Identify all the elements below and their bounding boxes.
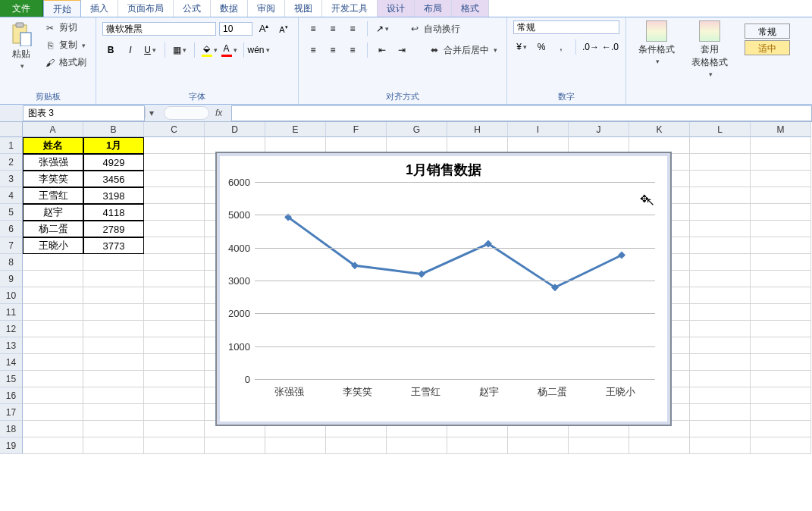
row-header-9[interactable]: 9	[0, 271, 23, 287]
cell[interactable]	[144, 304, 205, 321]
cell[interactable]	[690, 421, 751, 437]
row-header-5[interactable]: 5	[0, 204, 23, 221]
cell[interactable]	[23, 437, 83, 454]
orientation-button[interactable]: ↗▾	[374, 20, 390, 37]
row-header-17[interactable]: 17	[0, 404, 23, 421]
cell[interactable]	[83, 387, 144, 404]
row-header-18[interactable]: 18	[0, 421, 23, 437]
row-header-1[interactable]: 1	[0, 137, 23, 154]
tab-chart-design[interactable]: 设计	[378, 0, 415, 17]
cell[interactable]	[144, 387, 205, 404]
cell[interactable]	[751, 137, 811, 154]
cell[interactable]	[690, 371, 751, 387]
table-format-button[interactable]: 套用 表格格式 ▾	[685, 20, 734, 78]
cell[interactable]	[83, 371, 144, 387]
col-header-C[interactable]: C	[144, 122, 205, 137]
tab-developer[interactable]: 开发工具	[322, 0, 378, 17]
col-header-F[interactable]: F	[326, 122, 387, 137]
cell[interactable]	[751, 204, 811, 221]
align-bottom-button[interactable]: ≡	[344, 20, 361, 37]
cell[interactable]	[690, 221, 751, 237]
col-header-E[interactable]: E	[265, 122, 326, 137]
cell[interactable]	[751, 404, 811, 421]
align-left-button[interactable]: ≡	[305, 42, 321, 58]
col-header-B[interactable]: B	[83, 122, 144, 137]
cell[interactable]	[144, 287, 205, 304]
cell[interactable]	[751, 421, 811, 437]
cell[interactable]	[569, 137, 629, 154]
cell[interactable]	[23, 421, 83, 437]
cell[interactable]	[144, 321, 205, 337]
italic-button[interactable]: I	[122, 42, 139, 58]
underline-button[interactable]: U▾	[142, 42, 158, 58]
cell[interactable]	[144, 204, 205, 221]
cell[interactable]	[690, 254, 751, 271]
cell[interactable]	[387, 137, 447, 154]
cell[interactable]	[690, 354, 751, 371]
cell[interactable]	[23, 354, 83, 371]
data-cell[interactable]: 王雪红	[23, 187, 83, 204]
cell[interactable]	[23, 337, 83, 354]
row-header-7[interactable]: 7	[0, 237, 23, 254]
data-cell[interactable]: 李笑笑	[23, 171, 83, 187]
increase-decimal-button[interactable]: .0→	[582, 39, 599, 55]
tab-home[interactable]: 开始	[43, 0, 81, 17]
row-header-15[interactable]: 15	[0, 371, 23, 387]
cell[interactable]	[144, 187, 205, 204]
cell[interactable]	[751, 354, 811, 371]
data-cell[interactable]: 3773	[83, 237, 144, 254]
cell[interactable]	[23, 254, 83, 271]
cell[interactable]	[83, 404, 144, 421]
row-header-16[interactable]: 16	[0, 387, 23, 404]
cell[interactable]	[83, 421, 144, 437]
wrap-text-button[interactable]: ↩自动换行	[406, 22, 463, 36]
formula-input[interactable]	[231, 105, 812, 121]
col-header-M[interactable]: M	[751, 122, 811, 137]
cell[interactable]	[144, 271, 205, 287]
decrease-indent-button[interactable]: ⇤	[374, 42, 390, 58]
cell[interactable]	[23, 387, 83, 404]
col-header-D[interactable]: D	[205, 122, 265, 137]
data-cell[interactable]: 王晓小	[23, 237, 83, 254]
font-size-combo[interactable]	[219, 22, 252, 36]
cell[interactable]	[690, 321, 751, 337]
cell[interactable]	[751, 271, 811, 287]
style-normal[interactable]: 常规	[745, 24, 790, 39]
conditional-format-button[interactable]: 条件格式 ▾	[632, 20, 681, 65]
paste-button[interactable]: 粘贴 ▾	[6, 20, 36, 71]
align-center-button[interactable]: ≡	[324, 42, 341, 58]
currency-button[interactable]: ¥▾	[513, 39, 530, 55]
cell[interactable]	[23, 271, 83, 287]
cell[interactable]	[751, 221, 811, 237]
chart-x-axis[interactable]: 张强强李笑笑王雪红赵宇杨二蛋王晓小	[255, 385, 655, 399]
cell[interactable]	[144, 421, 205, 437]
font-name-combo[interactable]	[102, 22, 216, 36]
bold-button[interactable]: B	[102, 42, 119, 58]
merge-center-button[interactable]: ⬌合并后居中▾	[425, 43, 500, 58]
cell[interactable]	[508, 137, 569, 154]
cell[interactable]	[690, 387, 751, 404]
borders-button[interactable]: ▦▾	[171, 42, 188, 58]
style-good[interactable]: 适中	[745, 40, 790, 55]
row-header-3[interactable]: 3	[0, 171, 23, 187]
tab-chart-format[interactable]: 格式	[452, 0, 489, 17]
cell[interactable]	[690, 187, 751, 204]
cell[interactable]	[690, 154, 751, 171]
embedded-chart[interactable]: 1月销售数据 0100020003000400050006000 张强强李笑笑王…	[216, 152, 671, 425]
cell[interactable]	[690, 171, 751, 187]
cell[interactable]	[751, 287, 811, 304]
number-format-combo[interactable]	[513, 20, 619, 34]
col-header-K[interactable]: K	[629, 122, 690, 137]
cell[interactable]	[690, 304, 751, 321]
cell[interactable]	[144, 137, 205, 154]
row-header-10[interactable]: 10	[0, 287, 23, 304]
col-header-L[interactable]: L	[690, 122, 751, 137]
cell[interactable]	[447, 137, 508, 154]
cell[interactable]	[144, 154, 205, 171]
fx-buttons[interactable]	[164, 106, 209, 120]
cell[interactable]	[83, 354, 144, 371]
cell[interactable]	[265, 437, 326, 454]
data-cell[interactable]: 张强强	[23, 154, 83, 171]
cell[interactable]	[83, 437, 144, 454]
percent-button[interactable]: %	[533, 39, 550, 55]
